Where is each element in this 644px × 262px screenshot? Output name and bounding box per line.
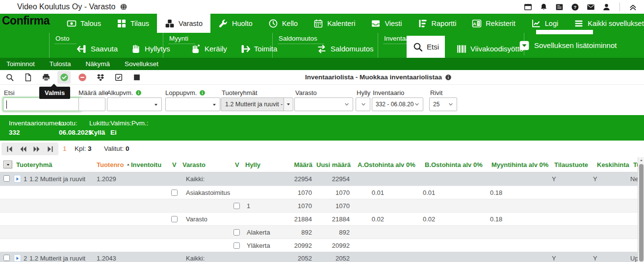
inventaario-select[interactable]: 332 - 06.08.2025 xyxy=(372,97,423,111)
maara-alle-input[interactable] xyxy=(78,97,105,111)
bell-icon[interactable] xyxy=(540,3,548,11)
column-header-myyntihinta-alv-0[interactable]: Myyntihinta alv 0% xyxy=(491,161,548,168)
column-header-varasto[interactable]: Varasto xyxy=(182,161,206,168)
nav-item-huolto[interactable]: Huolto xyxy=(210,14,260,33)
mail-icon[interactable] xyxy=(587,3,595,11)
table-row[interactable]: 21.2 Mutterit ja ruuvit1.2043Kaikki:2052… xyxy=(0,252,644,262)
toolbar-minus-circle-button[interactable] xyxy=(76,71,89,84)
subnav-item-ker-ily[interactable]: Keräily xyxy=(189,44,229,54)
table-row[interactable]: 110701070 xyxy=(0,199,644,212)
hand-icon xyxy=(130,44,141,54)
hylly-select[interactable] xyxy=(356,97,370,111)
table-scrollbar[interactable] xyxy=(638,157,644,262)
dropdown-arrow-icon xyxy=(212,102,217,107)
scroll-up-button[interactable] xyxy=(638,157,644,164)
select-all-dropdown[interactable] xyxy=(3,161,12,168)
search-input[interactable] xyxy=(3,97,81,111)
subnav-item-saldomuutos[interactable]: Saldomuutos xyxy=(315,44,375,54)
varasto-select[interactable] xyxy=(294,97,353,111)
page-next-button[interactable] xyxy=(32,145,41,153)
nav-item-talous[interactable]: Talous xyxy=(59,14,109,33)
column-header-uusi-m-r[interactable]: Uusi määrä xyxy=(316,161,351,168)
text-caret xyxy=(6,100,7,109)
column-header-tilaustuote[interactable]: Tilaustuote xyxy=(554,161,588,168)
subnav-group-items: SaavutaHyllytys xyxy=(50,40,172,58)
filter-label-varasto: Varasto xyxy=(295,89,317,96)
loppupvm-select[interactable] xyxy=(165,97,220,111)
column-header-tuoteryhm[interactable]: Tuoteryhmä xyxy=(16,161,52,168)
nav-item-label: Kaikki sovellukset ja rekisterit xyxy=(588,20,644,27)
nav-item-varasto[interactable]: Varasto xyxy=(157,14,210,33)
translate-icon: A xyxy=(472,19,482,28)
subnav-group-items: Saldomuutos xyxy=(273,40,375,58)
info-label-inventaarionumero: Inventaarionumero: xyxy=(9,119,66,127)
nav-item-tilaus[interactable]: Tilaus xyxy=(109,14,157,33)
row-checkbox[interactable] xyxy=(171,190,178,196)
toolbar-search-button[interactable] xyxy=(3,71,16,84)
row-checkbox[interactable] xyxy=(233,229,240,236)
search-icon xyxy=(412,42,423,52)
expand-row-button[interactable] xyxy=(14,175,21,183)
nav-item-raportti[interactable]: Raportti xyxy=(410,14,464,33)
page-last-button[interactable] xyxy=(46,145,54,153)
nav-item-rekisterit[interactable]: ARekisterit xyxy=(464,14,523,33)
alkupvm-select[interactable] xyxy=(107,97,162,111)
collapse-icon[interactable] xyxy=(629,3,637,11)
scrollbar-thumb[interactable] xyxy=(639,164,644,262)
pagination-buttons xyxy=(1,143,58,155)
help-icon[interactable]: ? xyxy=(571,3,579,11)
column-header-inventoitu[interactable]: Inventoitu xyxy=(131,161,161,168)
minus-circle-icon xyxy=(78,73,87,82)
menu-toiminnot[interactable]: Toiminnot xyxy=(6,60,35,68)
toolbar-file-button[interactable] xyxy=(21,71,34,84)
expand-row-button[interactable] xyxy=(14,254,21,262)
toolbar-check-circle-button[interactable] xyxy=(57,71,71,84)
subnav-item-viivakoodisy-tt[interactable]: Viivakoodisyöttö xyxy=(455,44,525,54)
column-header-b-ostohinta-alv-0[interactable]: B.Ostohinta alv 0% xyxy=(425,161,483,168)
table-row[interactable]: Yläkerta2099220992 xyxy=(0,238,644,252)
toolbar-print-button[interactable] xyxy=(39,71,52,84)
news-icon[interactable] xyxy=(555,3,564,11)
menu-tulosta[interactable]: Tulosta xyxy=(50,60,71,68)
nav-item-kalenteri[interactable]: Kalenteri xyxy=(306,14,363,33)
row-checkbox[interactable] xyxy=(171,216,178,222)
column-header-tuotenro[interactable]: Tuotenro xyxy=(97,161,130,168)
row-checkbox[interactable] xyxy=(3,175,10,182)
nav-item-viesti[interactable]: Viesti xyxy=(363,14,410,33)
column-header-v[interactable]: V xyxy=(235,161,239,168)
toolbar-dropbox-button[interactable] xyxy=(94,71,107,84)
menu-n-kym[interactable]: Näkymä xyxy=(86,60,110,68)
row-checkbox[interactable] xyxy=(3,255,10,261)
table-row[interactable]: Varasto21884218840.020.020.18 xyxy=(0,212,644,225)
row-count-value: 3 xyxy=(88,145,92,152)
row-checkbox[interactable] xyxy=(233,242,240,249)
table-row[interactable]: Alakerta892892 xyxy=(0,225,644,238)
column-header-keskihinta[interactable]: Keskihinta xyxy=(597,161,629,168)
open-menu-edge xyxy=(536,30,593,34)
subnav-item-sovelluksen-lis-toiminnot[interactable]: Sovelluksen lisätoiminnot xyxy=(519,33,617,58)
table-row[interactable]: Asiakastoimitus107010700.010.010.18 xyxy=(0,186,644,199)
column-header-hylly[interactable]: Hylly xyxy=(245,161,260,168)
info-icon[interactable] xyxy=(199,90,206,96)
info-icon[interactable] xyxy=(135,90,142,96)
nav-item-kello[interactable]: Kello xyxy=(260,14,306,33)
tuoteryhmat-select[interactable]: 1.2 Mutterit ja ruuvit - LK xyxy=(221,97,293,111)
column-header-a-ostohinta-alv-0[interactable]: A.Ostohinta alv 0% xyxy=(358,161,415,168)
menu-sovellukset[interactable]: Sovellukset xyxy=(125,60,158,68)
dropdown-arrow-button[interactable] xyxy=(283,98,293,111)
subnav-item-etsi[interactable]: Etsi xyxy=(407,36,445,58)
subnav-item-saavuta[interactable]: Saavuta xyxy=(75,44,119,54)
page-first-button[interactable] xyxy=(6,145,14,153)
user-icon[interactable] xyxy=(602,3,611,11)
info-icon[interactable] xyxy=(445,74,452,81)
window-icon[interactable] xyxy=(524,3,532,11)
table-row[interactable]: 11.2 Mutterit ja ruuvit1.2029Kaikki:2295… xyxy=(0,172,644,186)
pick-icon xyxy=(190,44,201,54)
page-prev-button[interactable] xyxy=(19,145,27,153)
row-checkbox[interactable] xyxy=(233,203,240,209)
column-header-m-r[interactable]: Määrä xyxy=(280,161,312,168)
rivit-select[interactable]: 25 xyxy=(429,97,457,111)
print-icon xyxy=(42,73,51,82)
current-page: 1 xyxy=(63,145,67,152)
column-header-v[interactable]: V xyxy=(172,161,177,168)
